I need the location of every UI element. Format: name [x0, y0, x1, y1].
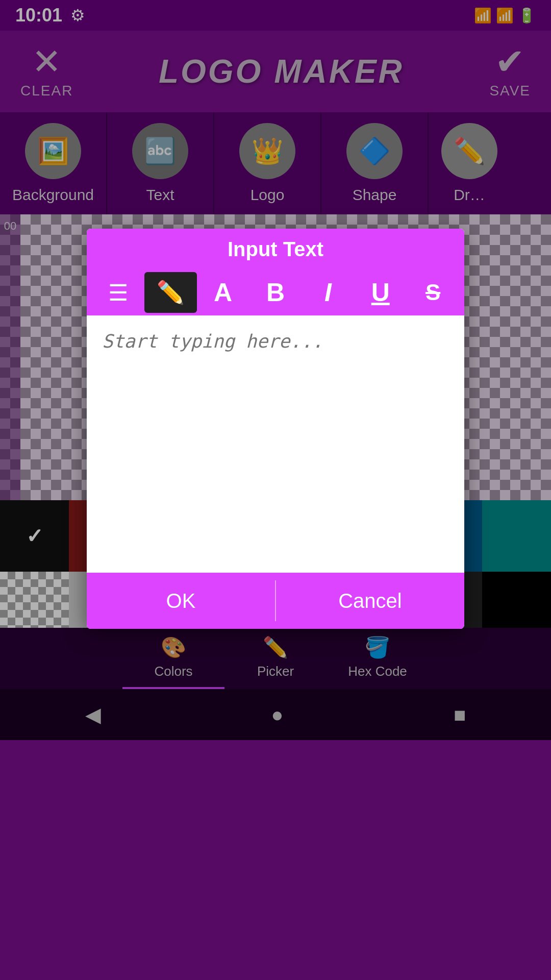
modal-toolbar: ☰ ✏️ A B I U S [87, 270, 464, 315]
modal-footer: OK Cancel [87, 573, 464, 629]
modal-header: Input Text [87, 229, 464, 270]
bold-icon: B [266, 278, 285, 307]
align-button[interactable]: ☰ [92, 272, 144, 313]
bold-button[interactable]: B [249, 272, 302, 313]
cancel-button[interactable]: Cancel [276, 573, 464, 629]
pencil-icon: ✏️ [157, 279, 185, 306]
modal-title: Input Text [228, 238, 323, 261]
font-icon: A [214, 278, 232, 307]
strikethrough-button[interactable]: S [407, 272, 459, 313]
underline-icon: U [371, 278, 390, 307]
italic-button[interactable]: I [302, 272, 354, 313]
underline-button[interactable]: U [354, 272, 407, 313]
align-icon: ☰ [108, 280, 128, 306]
ok-button[interactable]: OK [87, 573, 275, 629]
modal-overlay: Input Text ☰ ✏️ A B I U S [0, 0, 551, 980]
strikethrough-icon: S [425, 280, 440, 305]
italic-icon: I [324, 278, 332, 307]
color-picker-button[interactable]: ✏️ [144, 272, 197, 313]
text-input[interactable] [87, 315, 464, 571]
font-button[interactable]: A [197, 272, 249, 313]
input-text-modal: Input Text ☰ ✏️ A B I U S [87, 229, 464, 629]
